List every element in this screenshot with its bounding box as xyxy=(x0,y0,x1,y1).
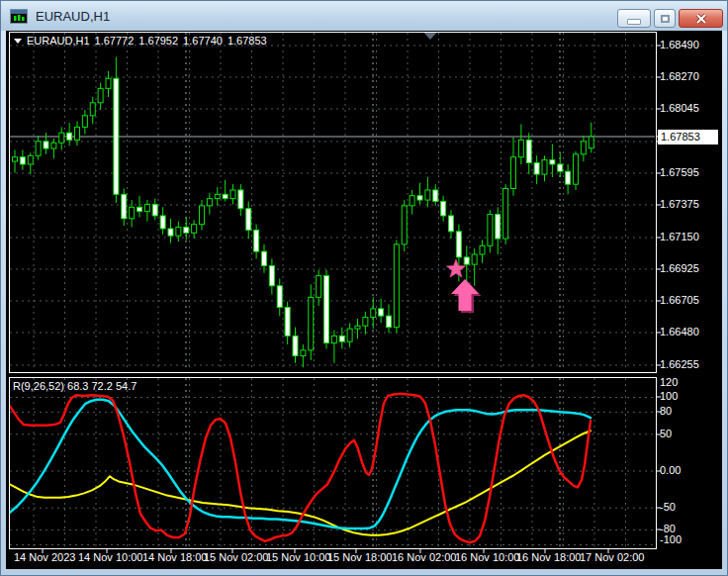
candle-body xyxy=(355,326,360,329)
candle-body xyxy=(277,286,282,308)
ohlc-high: 1.67952 xyxy=(138,35,178,47)
candle-body xyxy=(285,307,290,336)
candle-body xyxy=(347,329,352,341)
candle-body xyxy=(363,318,368,327)
candle-body xyxy=(441,202,446,216)
price-axis-label: 1.67595 xyxy=(660,166,699,179)
candle-body xyxy=(215,194,220,198)
candle-body xyxy=(581,142,586,154)
candle-body xyxy=(122,194,127,219)
oscillator-axis-label: 0.00 xyxy=(660,464,681,477)
time-axis-label: 15 Nov 02:00 xyxy=(204,551,268,564)
candle-body xyxy=(90,103,95,116)
candle-body xyxy=(402,206,407,244)
time-axis-label: 16 Nov 02:00 xyxy=(392,551,456,564)
candle-body xyxy=(410,196,414,206)
candle-body xyxy=(526,140,531,162)
candle-body xyxy=(114,78,119,194)
candle-body xyxy=(550,160,555,164)
chart-header: EURAUD,H1 1.67772 1.67952 1.67740 1.6785… xyxy=(14,35,267,47)
price-axis-label: 1.68045 xyxy=(660,102,699,115)
candle-body xyxy=(269,266,274,286)
time-axis-label: 14 Nov 2023 xyxy=(14,551,75,564)
candle-body xyxy=(98,88,103,102)
time-axis-label: 15 Nov 10:00 xyxy=(266,551,330,564)
time-axis-label: 15 Nov 18:00 xyxy=(327,551,392,564)
candle-body xyxy=(511,157,516,189)
candle-body xyxy=(371,309,376,318)
oscillator-axis-label: 80 xyxy=(660,405,672,418)
current-price-badge: 1.67853 xyxy=(658,130,718,144)
candle-body xyxy=(262,251,267,265)
price-axis-label: 1.67375 xyxy=(660,198,699,211)
price-axis-label: 1.68270 xyxy=(660,70,699,83)
price-axis-label: 1.68490 xyxy=(660,39,699,51)
candle-body xyxy=(44,142,48,148)
candle-body xyxy=(309,297,314,349)
candle-body xyxy=(433,190,438,202)
candle-body xyxy=(317,276,321,298)
candle-body xyxy=(394,244,399,328)
candle-body xyxy=(589,137,593,148)
price-axis-label: 1.66480 xyxy=(660,326,699,338)
candle-body xyxy=(106,78,111,88)
oscillator-axis-label: -100 xyxy=(660,533,682,546)
candle-body xyxy=(293,336,298,355)
candle-body xyxy=(558,164,563,171)
chart-symbol-label: EURAUD,H1 xyxy=(27,35,90,47)
candle-body xyxy=(67,133,72,140)
candle-body xyxy=(176,228,181,237)
candle-body xyxy=(200,206,205,225)
oscillator-axis-label: 50 xyxy=(660,428,672,440)
candle-body xyxy=(36,142,41,155)
candle-body xyxy=(246,209,251,231)
candle-body xyxy=(379,309,384,316)
candle-body xyxy=(480,245,485,254)
candle-body xyxy=(137,207,142,211)
candle-body xyxy=(542,160,547,174)
candle-body xyxy=(152,204,157,216)
candle-body xyxy=(488,215,493,246)
oscillator-axis-label: 120 xyxy=(660,376,678,389)
candle-body xyxy=(464,257,469,264)
candle-body xyxy=(192,225,197,234)
candle-body xyxy=(184,228,189,234)
time-axis-label: 17 Nov 02:00 xyxy=(580,551,644,564)
indicator-label: R(9,26,52) 68.3 72.2 54.7 xyxy=(13,380,136,392)
candle-body xyxy=(168,229,173,236)
candle-body xyxy=(223,194,228,198)
candle-body xyxy=(331,336,336,342)
price-axis-label: 1.66925 xyxy=(660,262,699,275)
price-axis-label: 1.66705 xyxy=(660,294,699,307)
candle-body xyxy=(254,230,259,251)
candle-body xyxy=(144,204,149,211)
candle-body xyxy=(387,316,392,328)
candle-body xyxy=(20,157,25,164)
candles-layer xyxy=(13,57,594,368)
candle-body xyxy=(238,190,243,209)
candle-body xyxy=(496,215,500,240)
buy-signal-star xyxy=(447,259,466,277)
candle-body xyxy=(449,216,454,232)
oscillator-axis-label: -50 xyxy=(660,501,676,514)
markers-layer xyxy=(447,259,482,313)
candle-body xyxy=(59,133,64,143)
ohlc-close: 1.67853 xyxy=(228,35,267,47)
candle-body xyxy=(503,189,508,240)
symbol-dropdown-icon[interactable] xyxy=(14,39,22,44)
price-axis-label: 1.67150 xyxy=(660,231,699,243)
candle-body xyxy=(82,116,87,128)
candle-body xyxy=(417,196,422,200)
time-axis-label: 16 Nov 10:00 xyxy=(455,551,519,564)
chart-shift-marker xyxy=(424,33,437,40)
oscillator-axis-label: 100 xyxy=(660,390,678,403)
candle-body xyxy=(425,190,430,200)
candle-body xyxy=(472,254,477,264)
candle-body xyxy=(160,216,165,229)
candle-body xyxy=(534,163,539,175)
ohlc-low: 1.67740 xyxy=(183,35,223,47)
time-axis-label: 14 Nov 10:00 xyxy=(78,551,142,564)
price-axis-label: 1.66255 xyxy=(660,358,699,371)
candle-body xyxy=(574,154,579,184)
candle-body xyxy=(456,232,461,257)
